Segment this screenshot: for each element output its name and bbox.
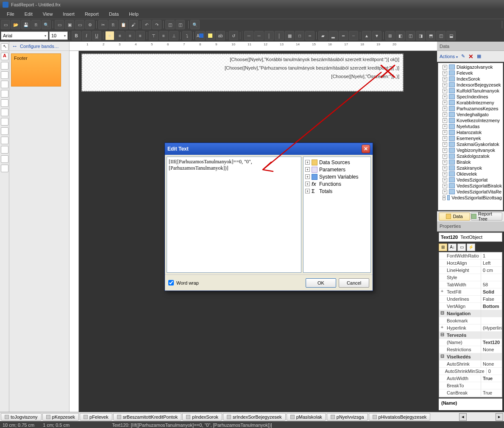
tool-band[interactable] xyxy=(1,71,8,79)
prop-row[interactable]: VertAlignBottom xyxy=(439,303,502,310)
tab-report-tree[interactable]: Report Tree xyxy=(471,213,502,221)
prop-row[interactable]: UnderlinesFalse xyxy=(439,296,502,303)
send-back-button[interactable]: ▼ xyxy=(372,31,381,40)
border-style-button[interactable]: ┅ xyxy=(305,31,315,40)
preview-button[interactable]: 🔍 xyxy=(42,20,51,29)
tool-picture[interactable] xyxy=(1,62,8,70)
tool-text[interactable] xyxy=(1,53,8,60)
valign-top-button[interactable]: ⊤ xyxy=(149,31,158,40)
page-tab[interactable]: pIndexSorok xyxy=(182,413,222,421)
footer-band-design[interactable]: [Choose([Nyelv],"Korábbi tanulmányok bes… xyxy=(82,54,403,91)
dialog-titlebar[interactable]: Edit Text ✕ xyxy=(165,143,373,155)
cut-button[interactable]: ✂ xyxy=(98,20,108,29)
tool-barcode[interactable] xyxy=(1,109,8,116)
tool-matrix[interactable] xyxy=(1,99,8,107)
data-source-item[interactable]: +VedesSzigorlatBiralok xyxy=(438,183,503,189)
menu-insert[interactable]: Insert xyxy=(58,10,80,18)
data-source-item[interactable]: +Diakigazolvanyok xyxy=(438,64,503,70)
text-object-row2[interactable]: [Choose([Nyelv],"Párhuzamos tanulmányok … xyxy=(86,65,399,74)
data-source-item[interactable]: +KulfoldiTanulmanyok xyxy=(438,88,503,94)
prop-row[interactable]: Bookmark xyxy=(439,317,502,324)
dialog-close-button[interactable]: ✕ xyxy=(362,145,370,153)
prop-row[interactable]: RestrictionsNone xyxy=(439,346,502,353)
data-source-item[interactable]: +Szakiranyok xyxy=(438,165,503,171)
bold-button[interactable]: B xyxy=(72,31,81,40)
prop-row[interactable]: AutoWidthTrue xyxy=(439,375,502,382)
data-source-item[interactable]: +IndexsorBejegyzesek xyxy=(438,82,503,88)
data-source-item[interactable]: +VedesSzigorlatVitaRe xyxy=(438,189,503,195)
tool-line[interactable] xyxy=(1,137,8,144)
prop-row[interactable]: TabWidth58 xyxy=(439,281,502,288)
page-tab-scroll-right[interactable]: ▸ xyxy=(496,413,503,421)
line-color-button[interactable]: ▂ xyxy=(329,31,338,40)
prop-row[interactable]: Style xyxy=(439,274,502,281)
data-source-item[interactable]: +KorabbiIntezmeny xyxy=(438,100,503,106)
font-size-select[interactable]: 10▾ xyxy=(49,31,68,40)
prop-row[interactable]: HorzAlignLeft xyxy=(439,260,502,267)
page-tab[interactable]: toJogviszony xyxy=(1,413,42,421)
data-source-item[interactable]: +Felevek xyxy=(438,70,503,76)
line-style-button[interactable]: ┈ xyxy=(349,31,358,40)
dialog-data-tree[interactable]: +Data Sources +Parameters +System Variab… xyxy=(303,157,371,273)
data-source-item[interactable]: +SpecIndexlines xyxy=(438,94,503,100)
font-color-button[interactable]: A xyxy=(195,31,205,40)
prop-row[interactable]: LineHeight0 cm xyxy=(439,267,502,274)
align-bottom2-button[interactable]: ⬓ xyxy=(446,31,456,40)
page-dialog-button[interactable]: ▣ xyxy=(65,20,74,29)
report-sheet[interactable]: [Choose([Nyelv],"Korábbi tanulmányok bes… xyxy=(81,53,404,92)
align-left-button[interactable]: ≡ xyxy=(105,31,114,40)
copy-button[interactable]: ⎘ xyxy=(109,20,118,29)
align-center2-button[interactable]: ◫ xyxy=(406,31,415,40)
format-painter-button[interactable]: 🖌 xyxy=(129,20,138,29)
page-tab[interactable]: srIndexSorBejegyzesek xyxy=(223,413,286,421)
prop-row[interactable]: (Name)Text120 xyxy=(439,339,502,346)
data-view-icon[interactable]: ▦ xyxy=(477,53,481,59)
new-button[interactable]: ▭ xyxy=(1,20,10,29)
valign-bottom-button[interactable]: ⊥ xyxy=(169,31,178,40)
undo-button[interactable]: ↶ xyxy=(142,20,151,29)
tool-shape[interactable] xyxy=(1,146,8,154)
page-add-button[interactable]: ▭ xyxy=(55,20,64,29)
prop-row[interactable]: +TextFillSolid xyxy=(439,288,502,296)
data-source-item[interactable]: +Esemenyek xyxy=(438,135,503,141)
page-tab[interactable]: pHivatalosBejegyzesek xyxy=(369,413,431,421)
prop-row[interactable]: +Hyperlink(Hyperlink) xyxy=(439,324,502,332)
align-right2-button[interactable]: ◨ xyxy=(416,31,425,40)
tool-select[interactable] xyxy=(1,43,8,51)
page-delete-button[interactable]: ▭ xyxy=(75,20,84,29)
prop-row[interactable]: BreakTo xyxy=(439,382,502,389)
font-select[interactable]: Arial▾ xyxy=(1,31,48,40)
align-center-button[interactable]: ≡ xyxy=(115,31,125,40)
align-grid-button[interactable]: ⊞ xyxy=(385,31,395,40)
page-tab[interactable]: pFelevek xyxy=(80,413,112,421)
paste-button[interactable]: 📋 xyxy=(119,20,128,29)
italic-button[interactable]: I xyxy=(82,31,91,40)
ungroup-button[interactable]: ◫ xyxy=(175,20,185,29)
border-all-button[interactable]: ▦ xyxy=(285,31,294,40)
data-source-item[interactable]: +SzakmaiGyakorlatok xyxy=(438,141,503,147)
prop-alpha-button[interactable]: A↓ xyxy=(448,243,457,251)
data-source-item[interactable]: +KovetkezoIntezmeny xyxy=(438,117,503,123)
tool-richtext[interactable] xyxy=(1,118,8,126)
prop-row[interactable]: FontWidthRatio1 xyxy=(439,252,502,260)
menu-data[interactable]: Data xyxy=(104,10,124,18)
align-top2-button[interactable]: ⬒ xyxy=(426,31,435,40)
page-tab-scroll-left[interactable]: ◂ xyxy=(459,413,467,421)
data-source-item[interactable]: +Vendeghallgato xyxy=(438,112,503,117)
prop-categorized-button[interactable]: ⊞ xyxy=(439,243,447,251)
data-source-item[interactable]: +ParhuzamosKepzes xyxy=(438,106,503,112)
align-middle2-button[interactable]: ◫ xyxy=(436,31,446,40)
group-button[interactable]: ◫ xyxy=(165,20,175,29)
align-justify-button[interactable]: ≡ xyxy=(136,31,145,40)
prop-events-button[interactable]: ⚡ xyxy=(467,243,475,251)
menu-file[interactable]: File xyxy=(2,10,19,18)
data-source-item[interactable]: +VedesSzigorlatBizottsag xyxy=(438,195,503,201)
border-right-button[interactable]: │ xyxy=(275,31,284,40)
tool-zip[interactable] xyxy=(1,165,8,172)
properties-object-selector[interactable]: Text120 TextObject xyxy=(439,232,502,242)
data-source-item[interactable]: +Biralok xyxy=(438,159,503,165)
prop-row[interactable]: AutoShrinkNone xyxy=(439,361,502,368)
save-button[interactable]: 💾 xyxy=(21,20,31,29)
tool-subreport[interactable] xyxy=(1,81,8,88)
text-rotate-button[interactable]: ⤵ xyxy=(182,31,192,40)
